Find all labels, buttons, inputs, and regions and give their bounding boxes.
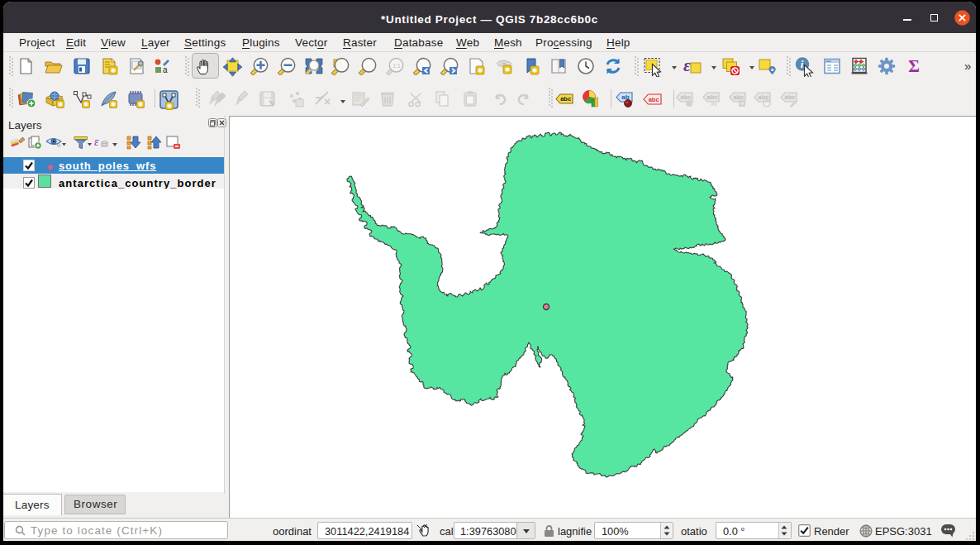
svg-text:abc: abc (785, 93, 796, 101)
svg-text:✱: ✱ (505, 66, 511, 74)
svg-text:✱: ✱ (478, 67, 483, 74)
svg-text:ε: ε (683, 57, 691, 75)
svg-text:✱: ✱ (111, 67, 117, 74)
svg-text:a: a (163, 65, 168, 74)
svg-text:abc: abc (734, 93, 745, 101)
svg-text:✱: ✱ (167, 103, 173, 110)
svg-text:Σ: Σ (908, 57, 920, 75)
svg-text:1:1: 1:1 (392, 63, 400, 69)
svg-text:ε: ε (94, 136, 99, 148)
svg-text:✱: ✱ (138, 101, 144, 108)
svg-text:abc: abc (681, 93, 692, 101)
svg-text:abc: abc (560, 95, 571, 103)
svg-text:abc: abc (707, 93, 718, 101)
svg-text:✱: ✱ (58, 101, 64, 108)
svg-text:i: i (801, 58, 804, 70)
svg-text:abc: abc (649, 96, 659, 103)
svg-text:✱: ✱ (83, 101, 89, 108)
svg-text:✱: ✱ (111, 101, 117, 108)
svg-text:✱: ✱ (532, 67, 538, 74)
